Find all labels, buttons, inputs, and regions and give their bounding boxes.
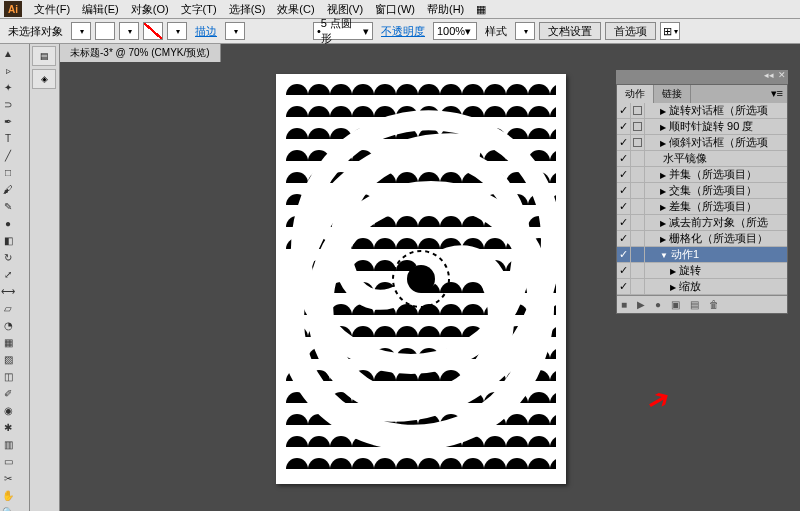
- align-dropdown[interactable]: ⊞▾: [660, 22, 680, 40]
- action-row[interactable]: ✓▶并集（所选项目）: [617, 167, 787, 183]
- menu-object[interactable]: 对象(O): [125, 2, 175, 17]
- style-dropdown[interactable]: ▾: [515, 22, 535, 40]
- action-row[interactable]: ✓▶顺时针旋转 90 度: [617, 119, 787, 135]
- blend-tool[interactable]: ◉: [1, 402, 15, 419]
- paintbrush-tool[interactable]: 🖌: [1, 181, 15, 198]
- action-row[interactable]: ✓▼动作1: [617, 247, 787, 263]
- action-row[interactable]: ✓▶减去前方对象（所选: [617, 215, 787, 231]
- lasso-tool[interactable]: ⊃: [1, 96, 15, 113]
- zoom-tool[interactable]: 🔍: [1, 504, 15, 511]
- toggle-check[interactable]: ✓: [617, 199, 631, 214]
- prefs-button[interactable]: 首选项: [605, 22, 656, 40]
- action-row[interactable]: ✓▶交集（所选项目）: [617, 183, 787, 199]
- menu-effect[interactable]: 效果(C): [271, 2, 320, 17]
- dialog-toggle[interactable]: [631, 199, 645, 214]
- action-row[interactable]: ✓水平镜像: [617, 151, 787, 167]
- perspective-tool[interactable]: ▦: [1, 334, 15, 351]
- pen-tool[interactable]: ✒: [1, 113, 15, 130]
- tab-links[interactable]: 链接: [654, 85, 691, 103]
- symbol-sprayer-tool[interactable]: ✱: [1, 419, 15, 436]
- action-row[interactable]: ✓▶差集（所选项目）: [617, 199, 787, 215]
- artboard-tool[interactable]: ▭: [1, 453, 15, 470]
- action-row[interactable]: ✓▶倾斜对话框（所选项: [617, 135, 787, 151]
- eraser-tool[interactable]: ◧: [1, 232, 15, 249]
- toggle-check[interactable]: ✓: [617, 263, 631, 278]
- action-row[interactable]: ✓▶旋转对话框（所选项: [617, 103, 787, 119]
- dialog-toggle[interactable]: [631, 215, 645, 230]
- opacity-link[interactable]: 不透明度: [377, 24, 429, 39]
- dialog-toggle[interactable]: [631, 119, 645, 134]
- menu-file[interactable]: 文件(F): [28, 2, 76, 17]
- eyedropper-tool[interactable]: ✐: [1, 385, 15, 402]
- stroke-weight-dropdown[interactable]: ▾: [225, 22, 245, 40]
- rotate-tool[interactable]: ↻: [1, 249, 15, 266]
- scale-tool[interactable]: ⤢: [1, 266, 15, 283]
- shape-builder-tool[interactable]: ◔: [1, 317, 15, 334]
- stop-button[interactable]: ■: [621, 299, 627, 310]
- document-tab[interactable]: 未标题-3* @ 70% (CMYK/预览): [60, 44, 221, 62]
- new-action-button[interactable]: ▤: [690, 299, 699, 310]
- toggle-check[interactable]: ✓: [617, 247, 631, 262]
- dialog-toggle[interactable]: [631, 167, 645, 182]
- action-row[interactable]: ✓▶栅格化（所选项目）: [617, 231, 787, 247]
- type-tool[interactable]: T: [1, 130, 15, 147]
- gradient-tool[interactable]: ◫: [1, 368, 15, 385]
- new-set-button[interactable]: ▣: [671, 299, 680, 310]
- stroke-link[interactable]: 描边: [191, 24, 221, 39]
- dialog-toggle[interactable]: [631, 103, 645, 118]
- pencil-tool[interactable]: ✎: [1, 198, 15, 215]
- fill-swatch[interactable]: [95, 22, 115, 40]
- menu-help[interactable]: 帮助(H): [421, 2, 470, 17]
- dock-icon-2[interactable]: ◈: [32, 69, 56, 89]
- slice-tool[interactable]: ✂: [1, 470, 15, 487]
- hand-tool[interactable]: ✋: [1, 487, 15, 504]
- dialog-toggle[interactable]: [631, 247, 645, 262]
- graph-tool[interactable]: ▥: [1, 436, 15, 453]
- selection-tool[interactable]: ▲: [1, 45, 15, 62]
- actions-list[interactable]: ✓▶旋转对话框（所选项✓▶顺时针旋转 90 度✓▶倾斜对话框（所选项✓水平镜像✓…: [617, 103, 787, 295]
- doc-setup-button[interactable]: 文档设置: [539, 22, 601, 40]
- toggle-check[interactable]: ✓: [617, 183, 631, 198]
- menu-view[interactable]: 视图(V): [321, 2, 370, 17]
- dialog-toggle[interactable]: [631, 279, 645, 294]
- help-icon[interactable]: ▦: [474, 2, 488, 16]
- fill-dropdown[interactable]: ▾: [71, 22, 91, 40]
- mesh-tool[interactable]: ▨: [1, 351, 15, 368]
- brush-field[interactable]: • 5 点圆形 ▾: [313, 22, 373, 40]
- toggle-check[interactable]: ✓: [617, 167, 631, 182]
- toggle-check[interactable]: ✓: [617, 231, 631, 246]
- delete-button[interactable]: 🗑: [709, 299, 719, 310]
- toggle-check[interactable]: ✓: [617, 119, 631, 134]
- dialog-toggle[interactable]: [631, 135, 645, 150]
- artboard[interactable]: [276, 74, 566, 484]
- collapse-icon[interactable]: ◂◂: [764, 70, 774, 84]
- menu-type[interactable]: 文字(T): [175, 2, 223, 17]
- action-row[interactable]: ✓▶旋转: [617, 263, 787, 279]
- rectangle-tool[interactable]: □: [1, 164, 15, 181]
- record-button[interactable]: ●: [655, 299, 661, 310]
- dialog-toggle[interactable]: [631, 183, 645, 198]
- close-icon[interactable]: ✕: [778, 70, 786, 84]
- magic-wand-tool[interactable]: ✦: [1, 79, 15, 96]
- panel-menu-icon[interactable]: ▾≡: [767, 85, 787, 103]
- dock-icon-1[interactable]: ▤: [32, 46, 56, 66]
- play-button[interactable]: ▶: [637, 299, 645, 310]
- toggle-check[interactable]: ✓: [617, 279, 631, 294]
- toggle-check[interactable]: ✓: [617, 135, 631, 150]
- stroke-color-dropdown[interactable]: ▾: [167, 22, 187, 40]
- free-transform-tool[interactable]: ▱: [1, 300, 15, 317]
- toggle-check[interactable]: ✓: [617, 103, 631, 118]
- toggle-check[interactable]: ✓: [617, 215, 631, 230]
- panel-collapse-bar[interactable]: ◂◂✕: [616, 70, 788, 84]
- dialog-toggle[interactable]: [631, 231, 645, 246]
- toggle-check[interactable]: ✓: [617, 151, 631, 166]
- stroke-swatch[interactable]: [143, 22, 163, 40]
- width-tool[interactable]: ⟷: [1, 283, 15, 300]
- dialog-toggle[interactable]: [631, 151, 645, 166]
- fill-color-dropdown[interactable]: ▾: [119, 22, 139, 40]
- action-row[interactable]: ✓▶缩放: [617, 279, 787, 295]
- blob-brush-tool[interactable]: ●: [1, 215, 15, 232]
- menu-edit[interactable]: 编辑(E): [76, 2, 125, 17]
- tab-actions[interactable]: 动作: [617, 85, 654, 103]
- line-tool[interactable]: ╱: [1, 147, 15, 164]
